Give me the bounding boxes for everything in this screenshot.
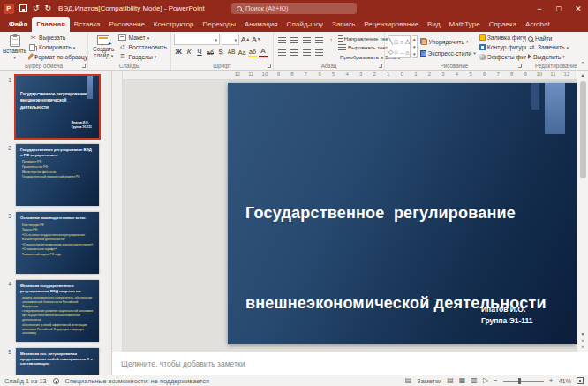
tab-draw[interactable]: Рисование [105,17,149,32]
accessibility-status[interactable]: Специальные возможности: не поддерживает… [65,377,209,385]
minimize-button[interactable]: − [530,0,549,17]
font-color-button[interactable]: А [259,47,268,57]
shapes-gallery[interactable]: ╲ □ ○ △ ◇ ☆ → ⌂ [388,35,411,58]
align-left-button[interactable] [276,48,287,57]
cut-button[interactable]: ✂Вырезать [28,34,88,42]
font-dialog-launcher[interactable] [268,64,271,68]
gallery-up-icon[interactable]: ▲ [412,37,416,42]
tab-slideshow[interactable]: Слайд-шоу [283,17,328,32]
scrollbar-thumb[interactable] [580,81,586,178]
restore-button[interactable]: □ [549,0,569,17]
copy-button[interactable]: Копировать▾ [28,43,88,52]
slide-subtitle-placeholder[interactable]: Ипатов И.О. Группа Э1-111 [481,304,533,327]
italic-button[interactable]: К [185,47,193,57]
slide-counter[interactable]: Слайд 1 из 13 [4,377,47,385]
shape-outline-button[interactable]: Контур фигуры▾ [479,43,526,52]
increase-indent-button[interactable] [313,35,324,45]
shapes-gallery-scroll[interactable]: ▲ ▼ ▼ [412,35,417,58]
next-slide-icon[interactable]: » [582,344,584,350]
tab-animations[interactable]: Анимация [240,17,283,32]
tab-transitions[interactable]: Переходы [198,17,240,32]
font-size-combobox[interactable]: ▾ [222,34,239,45]
search-box[interactable]: Поиск (Alt+Ю) [231,3,357,14]
bold-button[interactable]: Ж [174,47,183,57]
numbering-button[interactable] [289,35,299,45]
tab-acrobat[interactable]: Acrobat [521,17,554,32]
close-button[interactable]: ✕ [569,0,588,17]
format-painter-button[interactable]: Формат по образцу [28,52,88,61]
clipboard-dialog-launcher[interactable] [82,64,86,68]
zoom-slider[interactable] [503,381,544,382]
slide-sorter-view-icon[interactable]: ▦ [459,377,466,384]
slideshow-view-icon[interactable]: ▷ [483,377,488,384]
collapse-ribbon-icon[interactable]: ⌃ [580,61,585,68]
arrange-button[interactable]: Упорядочить▾ [419,37,477,46]
vertical-scrollbar[interactable]: ▲ ▼ « » [577,71,588,352]
text-shadow-button[interactable]: S [216,47,225,57]
drawing-dialog-launcher[interactable] [518,64,522,68]
align-right-button[interactable] [301,48,312,57]
tab-record[interactable]: Запись [328,17,359,32]
tab-design[interactable]: Конструктор [149,17,199,32]
align-center-button[interactable] [289,48,299,57]
shape-arrow-icon[interactable]: → [399,49,405,56]
fit-to-window-icon[interactable] [577,377,584,384]
shape-callout-icon[interactable]: ⌂ [405,49,409,56]
tab-view[interactable]: Вид [423,17,444,32]
tab-insert[interactable]: Вставка [70,17,105,32]
zoom-out-icon[interactable]: − [494,377,498,384]
zoom-in-icon[interactable]: + [549,377,554,384]
grow-font-button[interactable]: А▲ [241,34,250,45]
tab-mathtype[interactable]: MathType [445,17,485,32]
gallery-more-icon[interactable]: ▼ [412,52,416,57]
strikethrough-button[interactable]: аб [206,47,215,57]
line-spacing-button[interactable]: ↕ [326,35,336,45]
gallery-down-icon[interactable]: ▼ [412,45,416,49]
tab-review[interactable]: Рецензирование [359,17,423,32]
select-button[interactable]: Выделить▾ [527,53,569,61]
shape-triangle-icon[interactable]: △ [405,38,410,45]
justify-button[interactable] [313,48,324,57]
slide-thumbnail-1[interactable]: Государственное регулирование внешнеэкон… [16,76,99,138]
character-spacing-button[interactable]: АВ [227,47,236,57]
slide-thumbnail-5[interactable]: Механизм гос. регулирования представляет… [16,348,99,375]
redo-icon[interactable]: ↻ [45,4,52,12]
tab-home[interactable]: Главная [32,17,70,32]
slide-canvas[interactable]: Государственное регулирование внешнеэкон… [228,83,577,344]
find-button[interactable]: Найти [527,34,569,42]
scroll-up-icon[interactable]: ▲ [581,72,585,79]
slide-thumbnail-3[interactable]: Основные законодательные акты: Конституц… [16,212,99,274]
scroll-down-icon[interactable]: ▼ [581,331,585,337]
paste-button[interactable]: Вставить ▾ [3,34,26,61]
shape-fill-button[interactable]: Заливка фигуры▾ [479,34,526,42]
highlight-color-button[interactable]: аб [248,47,257,57]
new-slide-button[interactable]: Создать слайд ▾ [91,34,116,61]
slide-thumbnail-4[interactable]: Механизм государственного регулирования … [16,280,99,342]
paragraph-dialog-launcher[interactable] [379,64,382,68]
notes-pane[interactable]: Щелкните, чтобы добавить заметки [112,352,588,375]
previous-slide-icon[interactable]: « [582,337,584,344]
replace-button[interactable]: ⇄Заменить▾ [527,43,569,51]
quick-styles-button[interactable]: Экспресс-стили▾ [419,49,477,57]
tab-help[interactable]: Справка [485,17,521,32]
underline-button[interactable]: Ч [195,47,204,57]
sections-button[interactable]: ≣Разделы▾ [117,52,168,61]
notes-toggle-label[interactable]: Заметки [417,377,441,385]
powerpoint-app-icon[interactable]: P [4,4,14,14]
tab-file[interactable]: Файл [4,17,32,32]
shape-line-icon[interactable]: ╲ [389,38,393,45]
undo-icon[interactable]: ↺ [33,4,40,12]
layout-button[interactable]: Макет▾ [117,34,168,42]
shrink-font-button[interactable]: А▼ [252,34,260,45]
notes-toggle-icon[interactable]: ▤ [405,377,412,384]
zoom-percentage[interactable]: 41% [558,377,571,385]
zoom-slider-thumb[interactable] [518,378,521,384]
shape-ellipse-icon[interactable]: ○ [400,39,403,45]
shape-rectangle-icon[interactable]: □ [394,39,397,45]
font-name-combobox[interactable]: ▾ [174,34,220,45]
shape-effects-button[interactable]: Эффекты фигуры▾ [479,52,526,61]
normal-view-icon[interactable]: ▤ [447,377,454,384]
bullets-button[interactable] [276,35,287,45]
change-case-button[interactable]: Аа [237,47,246,57]
save-icon[interactable] [19,4,27,12]
